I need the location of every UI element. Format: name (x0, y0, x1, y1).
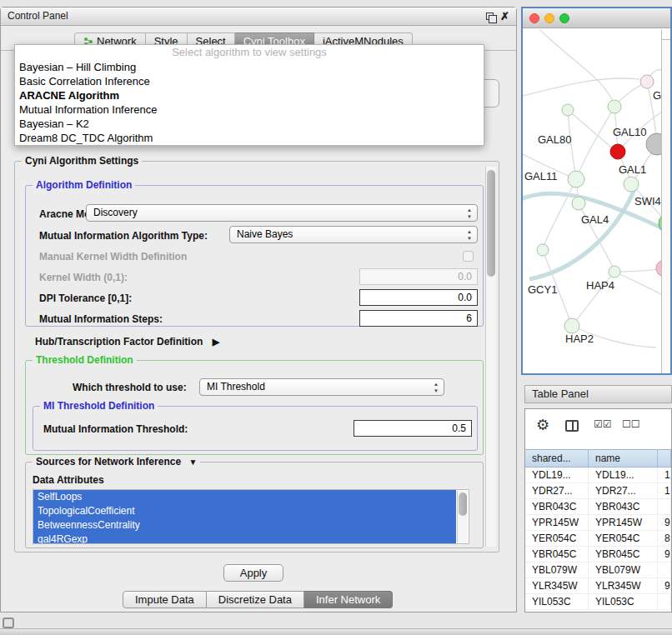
dpi-tolerance-field[interactable]: 0.0 (359, 289, 478, 306)
network-node[interactable] (537, 244, 549, 256)
table-row[interactable]: YBR045CYBR045C9. (525, 547, 671, 562)
network-node[interactable] (609, 266, 620, 278)
dropdown-item[interactable]: Dream8 DC_TDC Algorithm (15, 131, 484, 145)
bottom-tabs: Impute Data Discretize Data Infer Networ… (123, 591, 393, 608)
network-canvas[interactable]: GALGAL80GAL10GAL11GAL1SWI4GAL4GCY1HAP4YH… (523, 29, 661, 373)
select-all-columns-icon[interactable]: ☑☑ (594, 418, 612, 430)
table-cell: YDL19... (525, 468, 589, 482)
settings-scrollbar[interactable] (485, 167, 496, 547)
network-scrollbar[interactable] (661, 29, 670, 373)
table-panel-titlebar[interactable]: Table Panel (524, 385, 672, 403)
mi-type-value: Naive Bayes (237, 228, 293, 240)
network-node[interactable] (608, 100, 621, 113)
network-node[interactable] (562, 104, 574, 116)
table-header: shared... name (525, 449, 671, 468)
table-cell: YBR045C (525, 547, 589, 562)
which-threshold-combo[interactable]: MI Threshold ▲▼ (199, 378, 444, 396)
column-layout-icon[interactable] (565, 420, 579, 432)
dropdown-item[interactable]: Bayesian – K2 (15, 117, 484, 131)
network-window-titlebar[interactable] (523, 8, 670, 28)
table-row[interactable]: YIL053CYIL053C (525, 594, 671, 610)
network-node[interactable] (646, 133, 661, 155)
aracne-mode-combo[interactable]: Discovery ▲▼ (86, 204, 478, 222)
chevron-down-icon: ▼ (188, 458, 197, 467)
network-edges (523, 29, 661, 348)
mi-steps-field[interactable]: 6 (359, 310, 478, 327)
column-header[interactable] (658, 450, 671, 467)
apply-button[interactable]: Apply (223, 564, 283, 582)
dropdown-item[interactable]: Bayesian – Hill Climbing (15, 60, 484, 74)
tab-discretize-data[interactable]: Discretize Data (207, 591, 304, 608)
table-cell (658, 594, 671, 609)
table-cell: YDR27... (589, 483, 658, 498)
list-item[interactable]: TopologicalCoefficient (33, 504, 456, 518)
table-row[interactable]: YDL19...YDL19...13 (525, 468, 671, 483)
column-header[interactable]: shared... (525, 450, 589, 467)
manual-kernel-checkbox[interactable] (463, 251, 474, 262)
kernel-width-field[interactable]: 0.0 (359, 268, 478, 285)
data-attributes-label: Data Attributes (33, 474, 104, 486)
network-node-label: GAL (653, 89, 661, 102)
gear-icon[interactable]: ⚙ (536, 416, 549, 434)
bottom-status-bar (0, 628, 672, 635)
table-cell: YLR345W (589, 578, 658, 593)
table-row[interactable]: YBL079WYBL079W (525, 562, 671, 578)
control-panel-titlebar[interactable]: Control Panel ✗ (1, 8, 516, 26)
hub-definition-toggle[interactable]: Hub/Transcription Factor Definition ▶ (35, 336, 219, 348)
hub-definition-label: Hub/Transcription Factor Definition (35, 336, 203, 348)
table-row[interactable]: YER054CYER054C8. (525, 531, 671, 547)
close-icon[interactable]: ✗ (500, 8, 509, 25)
network-node[interactable] (640, 75, 654, 88)
minimize-traffic-light[interactable] (544, 13, 554, 23)
threshold-definition-title: Threshold Definition (33, 354, 137, 366)
network-node-label: GAL1 (619, 163, 646, 176)
network-node-label: HAP2 (565, 332, 594, 345)
dropdown-item[interactable]: Basic Correlation Inference (15, 74, 484, 88)
table-cell: YPR145W (525, 515, 589, 530)
list-item[interactable]: BetweennessCentrality (33, 518, 456, 532)
table-cell: YLR345W (525, 578, 589, 593)
table-row[interactable]: YPR145WYPR145W9. (525, 515, 671, 531)
settings-scrollbar-thumb[interactable] (487, 170, 495, 277)
table-cell: YER054C (525, 531, 589, 546)
table-row[interactable]: YBR043CYBR043C (525, 499, 671, 515)
close-traffic-light[interactable] (529, 13, 539, 23)
network-node[interactable] (568, 171, 584, 188)
network-node[interactable] (624, 177, 639, 192)
tab-impute-data[interactable]: Impute Data (123, 591, 207, 608)
table-cell: YPR145W (589, 515, 658, 530)
mi-type-combo[interactable]: Naive Bayes ▲▼ (229, 226, 478, 243)
table-cell: 9. (658, 547, 671, 562)
network-canvas-wrap: GALGAL80GAL10GAL11GAL1SWI4GAL4GCY1HAP4YH… (523, 29, 661, 373)
dropdown-placeholder: Select algorithm to view settings (15, 45, 484, 60)
combo-arrows-icon: ▲▼ (465, 207, 474, 220)
manual-kernel-label: Manual Kernel Width Definition (39, 251, 187, 262)
list-item[interactable]: gal4RGexp (33, 532, 456, 544)
dropdown-item-selected[interactable]: ARACNE Algorithm (15, 88, 484, 102)
network-node-label: GAL4 (581, 213, 609, 226)
list-scrollbar-thumb[interactable] (459, 492, 467, 516)
panel-toggle-icon[interactable] (3, 618, 14, 628)
table-row[interactable]: YDR27...YDR27...12 (525, 483, 671, 499)
table-cell: YBL079W (589, 562, 658, 578)
column-header[interactable]: name (589, 450, 658, 467)
table-row[interactable]: YLR345WYLR345W9. (525, 578, 671, 594)
table-cell (658, 499, 671, 514)
deselect-all-columns-icon[interactable]: ☐☐ (622, 418, 640, 430)
network-node[interactable] (610, 144, 625, 159)
network-node-label: GAL10 (613, 126, 646, 138)
float-panel-icon[interactable] (486, 12, 494, 20)
tab-infer-network[interactable]: Infer Network (304, 591, 393, 608)
zoom-traffic-light[interactable] (559, 13, 569, 23)
mi-threshold-field[interactable]: 0.5 (354, 420, 472, 437)
network-node[interactable] (564, 318, 579, 333)
list-item[interactable]: SelfLoops (33, 490, 456, 504)
network-scrollbar-box[interactable] (662, 29, 670, 40)
list-scrollbar[interactable] (457, 491, 468, 542)
sources-title[interactable]: Sources for Network Inference ▼ (33, 456, 200, 468)
network-node[interactable] (572, 197, 585, 210)
network-node-label: SWI4 (634, 195, 661, 208)
table-cell: YIL053C (589, 594, 658, 609)
dropdown-item[interactable]: Mutual Information Inference (15, 102, 484, 117)
network-view-window: GALGAL80GAL10GAL11GAL1SWI4GAL4GCY1HAP4YH… (521, 7, 672, 375)
